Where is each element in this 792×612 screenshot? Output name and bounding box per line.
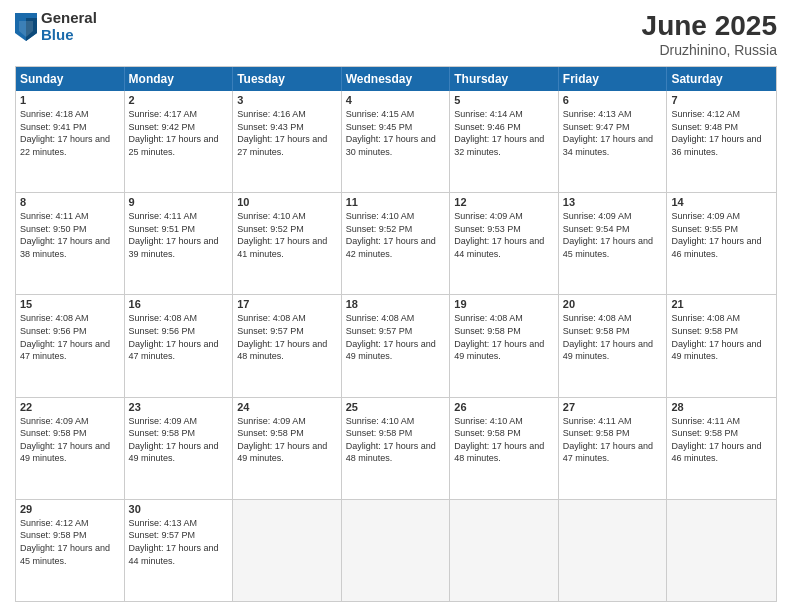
header-friday: Friday	[559, 67, 668, 91]
day-13: 13 Sunrise: 4:09 AMSunset: 9:54 PMDaylig…	[559, 193, 668, 294]
day-6: 6 Sunrise: 4:13 AMSunset: 9:47 PMDayligh…	[559, 91, 668, 192]
day-26: 26 Sunrise: 4:10 AMSunset: 9:58 PMDaylig…	[450, 398, 559, 499]
day-28: 28 Sunrise: 4:11 AMSunset: 9:58 PMDaylig…	[667, 398, 776, 499]
empty-cell-1	[233, 500, 342, 601]
header-sunday: Sunday	[16, 67, 125, 91]
day-21: 21 Sunrise: 4:08 AMSunset: 9:58 PMDaylig…	[667, 295, 776, 396]
day-10: 10 Sunrise: 4:10 AMSunset: 9:52 PMDaylig…	[233, 193, 342, 294]
page: General Blue June 2025 Druzhinino, Russi…	[0, 0, 792, 612]
location: Druzhinino, Russia	[642, 42, 777, 58]
empty-cell-2	[342, 500, 451, 601]
day-5: 5 Sunrise: 4:14 AMSunset: 9:46 PMDayligh…	[450, 91, 559, 192]
calendar-body: 1 Sunrise: 4:18 AMSunset: 9:41 PMDayligh…	[16, 91, 776, 601]
week-row-2: 8 Sunrise: 4:11 AMSunset: 9:50 PMDayligh…	[16, 192, 776, 294]
day-7: 7 Sunrise: 4:12 AMSunset: 9:48 PMDayligh…	[667, 91, 776, 192]
logo-blue: Blue	[41, 27, 97, 44]
calendar: Sunday Monday Tuesday Wednesday Thursday…	[15, 66, 777, 602]
day-24: 24 Sunrise: 4:09 AMSunset: 9:58 PMDaylig…	[233, 398, 342, 499]
day-14: 14 Sunrise: 4:09 AMSunset: 9:55 PMDaylig…	[667, 193, 776, 294]
header: General Blue June 2025 Druzhinino, Russi…	[15, 10, 777, 58]
empty-cell-3	[450, 500, 559, 601]
week-row-1: 1 Sunrise: 4:18 AMSunset: 9:41 PMDayligh…	[16, 91, 776, 192]
header-tuesday: Tuesday	[233, 67, 342, 91]
empty-cell-5	[667, 500, 776, 601]
week-row-4: 22 Sunrise: 4:09 AMSunset: 9:58 PMDaylig…	[16, 397, 776, 499]
header-thursday: Thursday	[450, 67, 559, 91]
day-12: 12 Sunrise: 4:09 AMSunset: 9:53 PMDaylig…	[450, 193, 559, 294]
header-wednesday: Wednesday	[342, 67, 451, 91]
day-3: 3 Sunrise: 4:16 AMSunset: 9:43 PMDayligh…	[233, 91, 342, 192]
day-15: 15 Sunrise: 4:08 AMSunset: 9:56 PMDaylig…	[16, 295, 125, 396]
day-9: 9 Sunrise: 4:11 AMSunset: 9:51 PMDayligh…	[125, 193, 234, 294]
day-29: 29 Sunrise: 4:12 AMSunset: 9:58 PMDaylig…	[16, 500, 125, 601]
week-row-3: 15 Sunrise: 4:08 AMSunset: 9:56 PMDaylig…	[16, 294, 776, 396]
day-2: 2 Sunrise: 4:17 AMSunset: 9:42 PMDayligh…	[125, 91, 234, 192]
day-25: 25 Sunrise: 4:10 AMSunset: 9:58 PMDaylig…	[342, 398, 451, 499]
title-block: June 2025 Druzhinino, Russia	[642, 10, 777, 58]
day-30: 30 Sunrise: 4:13 AMSunset: 9:57 PMDaylig…	[125, 500, 234, 601]
logo-icon	[15, 13, 37, 41]
calendar-header: Sunday Monday Tuesday Wednesday Thursday…	[16, 67, 776, 91]
day-1: 1 Sunrise: 4:18 AMSunset: 9:41 PMDayligh…	[16, 91, 125, 192]
day-4: 4 Sunrise: 4:15 AMSunset: 9:45 PMDayligh…	[342, 91, 451, 192]
day-23: 23 Sunrise: 4:09 AMSunset: 9:58 PMDaylig…	[125, 398, 234, 499]
week-row-5: 29 Sunrise: 4:12 AMSunset: 9:58 PMDaylig…	[16, 499, 776, 601]
header-monday: Monday	[125, 67, 234, 91]
day-17: 17 Sunrise: 4:08 AMSunset: 9:57 PMDaylig…	[233, 295, 342, 396]
day-11: 11 Sunrise: 4:10 AMSunset: 9:52 PMDaylig…	[342, 193, 451, 294]
day-27: 27 Sunrise: 4:11 AMSunset: 9:58 PMDaylig…	[559, 398, 668, 499]
day-22: 22 Sunrise: 4:09 AMSunset: 9:58 PMDaylig…	[16, 398, 125, 499]
empty-cell-4	[559, 500, 668, 601]
day-19: 19 Sunrise: 4:08 AMSunset: 9:58 PMDaylig…	[450, 295, 559, 396]
logo-general: General	[41, 10, 97, 27]
day-20: 20 Sunrise: 4:08 AMSunset: 9:58 PMDaylig…	[559, 295, 668, 396]
month-title: June 2025	[642, 10, 777, 42]
logo-text: General Blue	[41, 10, 97, 43]
header-saturday: Saturday	[667, 67, 776, 91]
day-18: 18 Sunrise: 4:08 AMSunset: 9:57 PMDaylig…	[342, 295, 451, 396]
day-8: 8 Sunrise: 4:11 AMSunset: 9:50 PMDayligh…	[16, 193, 125, 294]
logo: General Blue	[15, 10, 97, 43]
day-16: 16 Sunrise: 4:08 AMSunset: 9:56 PMDaylig…	[125, 295, 234, 396]
